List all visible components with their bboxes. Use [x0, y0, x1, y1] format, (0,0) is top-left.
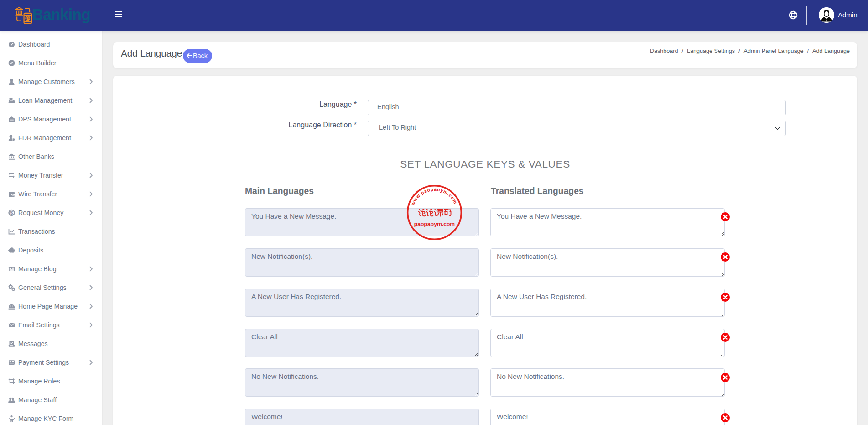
svg-text:$: $	[10, 210, 13, 215]
svg-text:www.paopaoym.com: www.paopaoym.com	[410, 187, 458, 206]
svg-text:paopaoym.com: paopaoym.com	[414, 221, 455, 227]
